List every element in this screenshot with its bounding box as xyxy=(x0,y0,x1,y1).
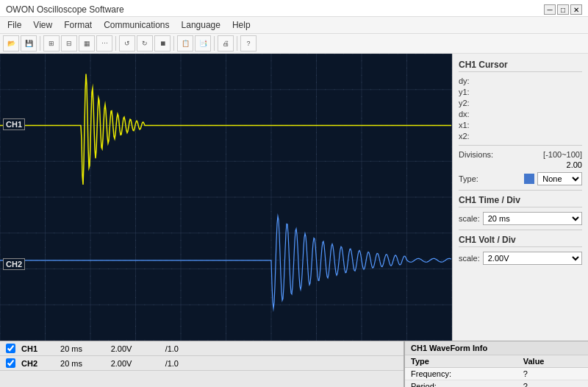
menu-language[interactable]: Language xyxy=(177,18,225,32)
cursor-dy-label: dy: xyxy=(459,77,470,85)
ch2-checkbox[interactable] xyxy=(6,358,15,368)
menu-view[interactable]: View xyxy=(29,18,57,32)
waveform-value-cell: ? xyxy=(517,368,588,380)
time-scale-label: scale: xyxy=(459,214,480,223)
toolbar-btn-10[interactable]: 📋 xyxy=(177,35,193,52)
cursor-y2-row: y2: xyxy=(459,99,582,107)
time-scale-select[interactable]: 20 ms 10 ms 5 ms 50 ms xyxy=(483,212,582,225)
main-content: CH1 CH2 CH1 Cursor dy: y1: y2: dx: x1: x… xyxy=(0,54,588,341)
scope-display: CH1 CH2 xyxy=(0,54,452,341)
right-panel: CH1 Cursor dy: y1: y2: dx: x1: x2: Divis… xyxy=(452,54,588,341)
divider-2 xyxy=(459,190,582,191)
cursor-y1-label: y1: xyxy=(459,88,470,96)
time-div-title: CH1 Time / Div xyxy=(459,195,582,207)
toolbar-btn-4[interactable]: ⊟ xyxy=(61,35,77,52)
type-select[interactable]: None Cross Track xyxy=(537,172,582,185)
title-bar: OWON Oscilloscope Software ─ □ ✕ xyxy=(0,0,588,17)
type-row: Type: None Cross Track xyxy=(459,172,582,185)
toolbar-sep-3 xyxy=(173,36,174,51)
menu-bar: File View Format Communications Language… xyxy=(0,17,588,34)
cursor-y1-row: y1: xyxy=(459,88,582,96)
waveform-type-cell: Period: xyxy=(405,380,517,388)
ch1-timebase: 20 ms xyxy=(49,344,93,353)
ch2-volt: 2.00V xyxy=(99,359,143,368)
ch1-status-row: CH1 20 ms 2.00V /1.0 xyxy=(0,341,404,356)
cursor-dy-row: dy: xyxy=(459,77,582,85)
toolbar-btn-6[interactable]: ⋯ xyxy=(96,35,112,52)
menu-format[interactable]: Format xyxy=(60,18,96,32)
waveform-table: Type Value Frequency:?Period:?PK-PK:7.92… xyxy=(405,355,588,387)
menu-file[interactable]: File xyxy=(3,18,26,32)
toolbar: 📂 💾 ⊞ ⊟ ▦ ⋯ ↺ ↻ ⏹ 📋 📑 🖨 ? xyxy=(0,34,588,54)
cursor-dx-label: dx: xyxy=(459,110,470,118)
toolbar-btn-9[interactable]: ⏹ xyxy=(154,35,171,52)
volt-div-title: CH1 Volt / Div xyxy=(459,235,582,247)
toolbar-sep-4 xyxy=(214,36,215,51)
volt-scale-label: scale: xyxy=(459,254,480,263)
waveform-table-row: Frequency:? xyxy=(405,368,588,380)
toolbar-btn-2[interactable]: 💾 xyxy=(21,35,37,52)
window-controls: ─ □ ✕ xyxy=(544,4,582,15)
ch2-extra: /1.0 xyxy=(149,359,179,368)
toolbar-sep-1 xyxy=(40,36,40,51)
divisions-value: 2.00 xyxy=(459,160,582,169)
cursor-y2-label: y2: xyxy=(459,99,470,107)
toolbar-sep-5 xyxy=(237,36,237,51)
cursor-section-title: CH1 Cursor xyxy=(459,60,582,72)
toolbar-btn-8[interactable]: ↻ xyxy=(137,35,153,52)
divisions-range: [-100~100] xyxy=(543,150,582,159)
cursor-x1-label: x1: xyxy=(459,121,470,129)
minimize-button[interactable]: ─ xyxy=(544,4,556,15)
bottom-area: CH1 20 ms 2.00V /1.0 CH2 20 ms 2.00V /1.… xyxy=(0,341,588,387)
blue-indicator xyxy=(524,174,534,184)
cursor-dx-row: dx: xyxy=(459,110,582,118)
toolbar-btn-3[interactable]: ⊞ xyxy=(43,35,60,52)
ch1-checkbox[interactable] xyxy=(6,344,15,353)
divisions-row: Divisions: [-100~100] xyxy=(459,150,582,159)
cursor-x1-row: x1: xyxy=(459,121,582,129)
divider-1 xyxy=(459,145,582,146)
toolbar-sep-2 xyxy=(115,36,116,51)
ch1-extra: /1.0 xyxy=(149,344,179,353)
menu-communications[interactable]: Communications xyxy=(99,18,173,32)
close-button[interactable]: ✕ xyxy=(570,4,582,15)
ch1-volt: 2.00V xyxy=(99,344,143,353)
ch2-label: CH2 xyxy=(3,258,25,270)
ch2-name: CH2 xyxy=(21,359,43,368)
divider-3 xyxy=(459,230,582,230)
toolbar-btn-5[interactable]: ▦ xyxy=(79,35,95,52)
toolbar-btn-1[interactable]: 📂 xyxy=(3,35,19,52)
volt-scale-select[interactable]: 2.00V 1.00V 500mV 200mV xyxy=(483,252,582,265)
cursor-x2-row: x2: xyxy=(459,132,582,141)
waveform-info-title: CH1 WaveForm Info xyxy=(405,341,588,355)
cursor-x2-label: x2: xyxy=(459,132,470,141)
waveform-type-cell: Frequency: xyxy=(405,368,517,380)
waveform-table-row: Period:? xyxy=(405,380,588,388)
type-label: Type: xyxy=(459,174,478,183)
toolbar-btn-help[interactable]: ? xyxy=(240,35,257,52)
scope-canvas xyxy=(0,54,452,341)
time-scale-row: scale: 20 ms 10 ms 5 ms 50 ms xyxy=(459,212,582,225)
ch2-status-row: CH2 20 ms 2.00V /1.0 xyxy=(0,356,404,371)
ch1-name: CH1 xyxy=(21,344,43,353)
waveform-info-panel: CH1 WaveForm Info Type Value Frequency:?… xyxy=(404,341,588,387)
app-title: OWON Oscilloscope Software xyxy=(6,4,124,15)
toolbar-btn-7[interactable]: ↺ xyxy=(119,35,135,52)
ch1-label: CH1 xyxy=(3,118,25,130)
toolbar-btn-11[interactable]: 📑 xyxy=(195,35,211,52)
waveform-value-cell: ? xyxy=(517,380,588,388)
waveform-col-value: Value xyxy=(517,355,588,368)
waveform-col-type: Type xyxy=(405,355,517,368)
channel-status: CH1 20 ms 2.00V /1.0 CH2 20 ms 2.00V /1.… xyxy=(0,341,404,387)
toolbar-btn-12[interactable]: 🖨 xyxy=(218,35,234,52)
volt-scale-row: scale: 2.00V 1.00V 500mV 200mV xyxy=(459,252,582,265)
divisions-label: Divisions: xyxy=(459,150,493,159)
maximize-button[interactable]: □ xyxy=(557,4,569,15)
menu-help[interactable]: Help xyxy=(228,18,255,32)
ch2-timebase: 20 ms xyxy=(49,359,93,368)
